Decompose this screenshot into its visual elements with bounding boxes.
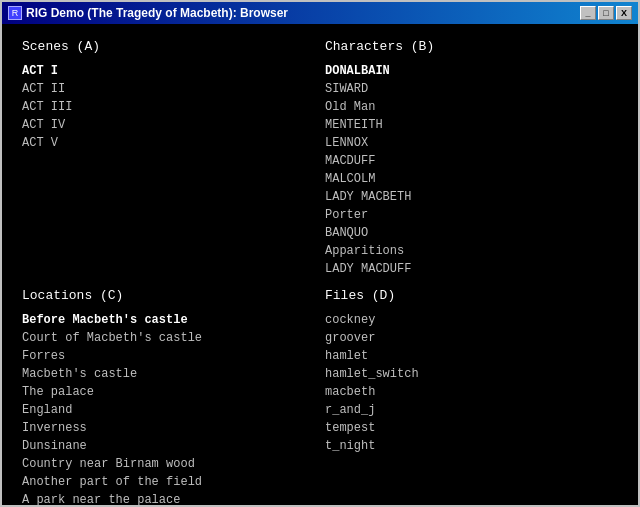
close-button[interactable]: X (616, 6, 632, 20)
characters-title: Characters (B) (325, 39, 618, 54)
list-item[interactable]: ACT I (22, 62, 315, 80)
characters-list: DONALBAIN SIWARD Old Man MENTEITH LENNOX… (325, 62, 618, 278)
title-bar: R RIG Demo (The Tragedy of Macbeth): Bro… (2, 2, 638, 24)
list-item[interactable]: Apparitions (325, 242, 618, 260)
scenes-section: Scenes (A) ACT I ACT II ACT III ACT IV A… (17, 34, 320, 283)
list-item[interactable]: hamlet (325, 347, 618, 365)
list-item[interactable]: Old Man (325, 98, 618, 116)
list-item[interactable]: MALCOLM (325, 170, 618, 188)
list-item[interactable]: MENTEITH (325, 116, 618, 134)
locations-section: Locations (C) Before Macbeth's castle Co… (17, 283, 320, 505)
scenes-title: Scenes (A) (22, 39, 315, 54)
list-item[interactable]: MACDUFF (325, 152, 618, 170)
list-item[interactable]: groover (325, 329, 618, 347)
list-item[interactable]: Porter (325, 206, 618, 224)
files-title: Files (D) (325, 288, 618, 303)
minimize-button[interactable]: _ (580, 6, 596, 20)
locations-title: Locations (C) (22, 288, 315, 303)
maximize-button[interactable]: □ (598, 6, 614, 20)
list-item[interactable]: England (22, 401, 315, 419)
files-section: Files (D) cockney groover hamlet hamlet_… (320, 283, 623, 505)
list-item[interactable]: ACT V (22, 134, 315, 152)
list-item[interactable]: LENNOX (325, 134, 618, 152)
list-item[interactable]: ACT II (22, 80, 315, 98)
list-item[interactable]: LADY MACBETH (325, 188, 618, 206)
window-title: RIG Demo (The Tragedy of Macbeth): Brows… (26, 6, 288, 20)
main-window: R RIG Demo (The Tragedy of Macbeth): Bro… (0, 0, 640, 507)
characters-section: Characters (B) DONALBAIN SIWARD Old Man … (320, 34, 623, 283)
list-item[interactable]: The palace (22, 383, 315, 401)
list-item[interactable]: cockney (325, 311, 618, 329)
list-item[interactable]: Inverness (22, 419, 315, 437)
list-item[interactable]: ACT III (22, 98, 315, 116)
list-item[interactable]: Macbeth's castle (22, 365, 315, 383)
list-item[interactable]: A park near the palace (22, 491, 315, 505)
list-item[interactable]: macbeth (325, 383, 618, 401)
list-item[interactable]: Court of Macbeth's castle (22, 329, 315, 347)
window-controls: _ □ X (580, 6, 632, 20)
list-item[interactable]: Before Macbeth's castle (22, 311, 315, 329)
list-item[interactable]: LADY MACDUFF (325, 260, 618, 278)
title-bar-left: R RIG Demo (The Tragedy of Macbeth): Bro… (8, 6, 288, 20)
files-list: cockney groover hamlet hamlet_switch mac… (325, 311, 618, 455)
list-item[interactable]: r_and_j (325, 401, 618, 419)
content-area: Scenes (A) ACT I ACT II ACT III ACT IV A… (2, 24, 638, 505)
list-item[interactable]: Forres (22, 347, 315, 365)
list-item[interactable]: ACT IV (22, 116, 315, 134)
list-item[interactable]: BANQUO (325, 224, 618, 242)
list-item[interactable]: Country near Birnam wood (22, 455, 315, 473)
scenes-list: ACT I ACT II ACT III ACT IV ACT V (22, 62, 315, 152)
list-item[interactable]: DONALBAIN (325, 62, 618, 80)
list-item[interactable]: t_night (325, 437, 618, 455)
list-item[interactable]: SIWARD (325, 80, 618, 98)
list-item[interactable]: tempest (325, 419, 618, 437)
list-item[interactable]: Dunsinane (22, 437, 315, 455)
list-item[interactable]: hamlet_switch (325, 365, 618, 383)
locations-list: Before Macbeth's castle Court of Macbeth… (22, 311, 315, 505)
window-icon: R (8, 6, 22, 20)
list-item[interactable]: Another part of the field (22, 473, 315, 491)
